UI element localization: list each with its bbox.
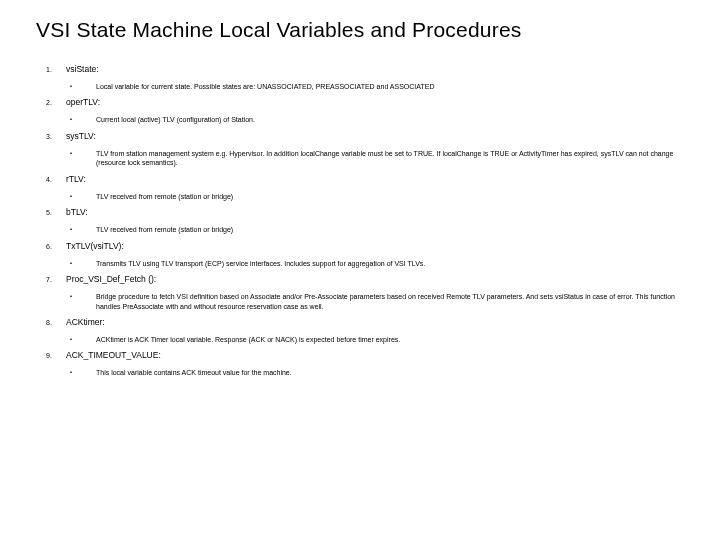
bullet-icon: •: [70, 368, 96, 376]
item-term: TxTLV(vsiTLV):: [66, 241, 124, 251]
item-number: 9.: [46, 352, 66, 359]
item-desc: Transmits TLV using TLV transport (ECP) …: [96, 259, 425, 268]
bullet-icon: •: [70, 82, 96, 90]
item-number: 6.: [46, 243, 66, 250]
bullet-icon: •: [70, 192, 96, 200]
item-desc: ACKtimer is ACK Timer local variable. Re…: [96, 335, 400, 344]
item-4: 4.rTLV: •TLV received from remote (stati…: [36, 174, 684, 201]
item-term: ACK_TIMEOUT_VALUE:: [66, 350, 161, 360]
item-number: 3.: [46, 133, 66, 140]
item-7: 7.Proc_VSI_Def_Fetch (): •Bridge procedu…: [36, 274, 684, 311]
bullet-icon: •: [70, 259, 96, 267]
item-term: sysTLV:: [66, 131, 96, 141]
bullet-icon: •: [70, 335, 96, 343]
item-desc: TLV received from remote (station or bri…: [96, 225, 233, 234]
bullet-icon: •: [70, 292, 96, 300]
item-term: rTLV:: [66, 174, 86, 184]
item-8: 8.ACKtimer: •ACKtimer is ACK Timer local…: [36, 317, 684, 344]
item-3: 3.sysTLV: •TLV from station management s…: [36, 131, 684, 168]
item-desc: TLV from station management system e.g. …: [96, 149, 684, 168]
item-number: 2.: [46, 99, 66, 106]
item-number: 7.: [46, 276, 66, 283]
bullet-icon: •: [70, 149, 96, 157]
item-number: 8.: [46, 319, 66, 326]
item-5: 5.bTLV: •TLV received from remote (stati…: [36, 207, 684, 234]
item-desc: Local variable for current state. Possib…: [96, 82, 434, 91]
item-number: 5.: [46, 209, 66, 216]
item-term: operTLV:: [66, 97, 100, 107]
item-9: 9.ACK_TIMEOUT_VALUE: •This local variabl…: [36, 350, 684, 377]
item-number: 1.: [46, 66, 66, 73]
bullet-icon: •: [70, 225, 96, 233]
page-title: VSI State Machine Local Variables and Pr…: [36, 18, 684, 42]
item-number: 4.: [46, 176, 66, 183]
bullet-icon: •: [70, 115, 96, 123]
item-term: vsiState:: [66, 64, 99, 74]
item-desc: Current local (active) TLV (configuratio…: [96, 115, 255, 124]
item-2: 2.operTLV: •Current local (active) TLV (…: [36, 97, 684, 124]
item-term: bTLV:: [66, 207, 88, 217]
item-6: 6.TxTLV(vsiTLV): •Transmits TLV using TL…: [36, 241, 684, 268]
item-desc: TLV received from remote (station or bri…: [96, 192, 233, 201]
item-desc: Bridge procedure to fetch VSI definition…: [96, 292, 684, 311]
item-term: Proc_VSI_Def_Fetch ():: [66, 274, 156, 284]
item-term: ACKtimer:: [66, 317, 105, 327]
item-desc: This local variable contains ACK timeout…: [96, 368, 292, 377]
item-1: 1.vsiState: •Local variable for current …: [36, 64, 684, 91]
